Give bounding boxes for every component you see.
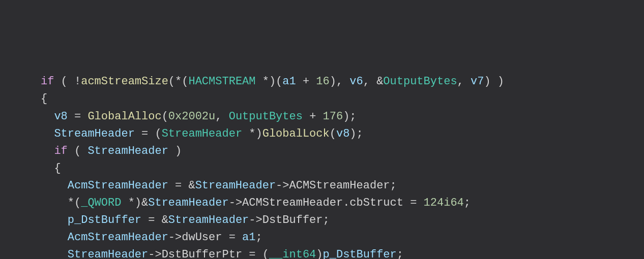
code-token: = ( (141, 127, 162, 140)
code-token: ACMStreamHeader (242, 197, 343, 209)
code-token: = ( (249, 248, 269, 259)
code-token: DstBufferPtr (162, 248, 249, 259)
indent (41, 145, 54, 157)
code-token: __int64 (269, 248, 316, 259)
indent (41, 214, 68, 226)
code-token: , & (363, 75, 384, 88)
code-token: p_DstBuffer (323, 248, 397, 259)
code-token: ; (390, 179, 397, 192)
code-token: -> (229, 197, 242, 209)
code-line: StreamHeader->DstBufferPtr = (__int64)p_… (41, 246, 644, 259)
code-token: *)( (262, 75, 283, 88)
code-token: ; (397, 248, 403, 259)
code-token: StreamHeader (148, 197, 228, 209)
code-token: ), (330, 75, 350, 88)
code-token: { (41, 92, 47, 105)
code-token: = (410, 197, 423, 209)
code-token: ; (256, 231, 262, 244)
code-token: ( (162, 110, 168, 123)
code-token: OutputBytes (229, 110, 309, 123)
code-token: -> (276, 179, 289, 192)
code-token: = & (148, 214, 168, 226)
code-token: -> (168, 231, 182, 244)
code-token: -> (148, 248, 161, 259)
code-token: 0x2002u (168, 110, 215, 123)
code-line: p_DstBuffer = &StreamHeader->DstBuffer; (41, 212, 644, 229)
code-token: ) ) (484, 75, 504, 88)
code-line: v8 = GlobalAlloc(0x2002u, OutputBytes + … (41, 108, 644, 125)
code-block: if ( !acmStreamSize(*(HACMSTREAM *)(a1 +… (20, 73, 644, 259)
code-token: + (309, 110, 323, 123)
code-token: ( (74, 145, 87, 157)
code-token: ; (464, 197, 471, 209)
code-token: AcmStreamHeader (68, 231, 168, 244)
code-token: OutputBytes (383, 75, 457, 88)
code-line: { (41, 160, 644, 177)
code-token: , (215, 110, 228, 123)
code-line: StreamHeader = (StreamHeader *)GlobalLoc… (41, 125, 644, 143)
indent (41, 197, 68, 209)
code-token: ); (349, 127, 363, 140)
code-token: HACMSTREAM (188, 75, 262, 88)
code-token: acmStreamSize (81, 75, 168, 88)
code-token: = & (175, 179, 195, 192)
code-token: DstBuffer (262, 214, 323, 226)
code-token: StreamHeader (168, 214, 249, 226)
code-token: StreamHeader (195, 179, 276, 192)
indent (41, 110, 54, 123)
code-line: if ( !acmStreamSize(*(HACMSTREAM *)(a1 +… (41, 73, 644, 90)
code-token: = (229, 231, 242, 244)
code-token: if (54, 145, 74, 157)
code-token: (*( (168, 75, 189, 88)
indent (41, 248, 68, 259)
code-token: v8 (54, 110, 74, 123)
code-line: { (41, 90, 644, 108)
indent (41, 127, 54, 140)
code-token: = (74, 110, 87, 123)
code-token: v7 (471, 75, 484, 88)
code-token: *)& (128, 197, 149, 209)
code-token: dwUser (182, 231, 228, 244)
code-token: ); (343, 110, 356, 123)
code-token: ACMStreamHeader (289, 179, 390, 192)
code-token: a1 (242, 231, 255, 244)
indent (41, 231, 68, 244)
code-token: p_DstBuffer (68, 214, 148, 226)
code-token: StreamHeader (68, 248, 148, 259)
code-line: AcmStreamHeader = &StreamHeader->ACMStre… (41, 177, 644, 195)
indent (41, 162, 54, 175)
code-line: *(_QWORD *)&StreamHeader->ACMStreamHeade… (41, 195, 644, 212)
code-token: v8 (336, 127, 349, 140)
code-token: 124i64 (424, 197, 464, 209)
code-token: *) (249, 127, 262, 140)
code-token: ( ! (61, 75, 81, 88)
code-token: v6 (349, 75, 363, 88)
code-token: . (343, 197, 349, 209)
code-token: { (54, 162, 61, 175)
indent (41, 179, 68, 192)
code-token: StreamHeader (54, 127, 141, 140)
code-token: GlobalAlloc (87, 110, 161, 123)
code-token: a1 (282, 75, 303, 88)
code-token: 176 (323, 110, 343, 123)
code-line: if ( StreamHeader ) (41, 143, 644, 160)
code-token: -> (249, 214, 262, 226)
code-token: StreamHeader (162, 127, 249, 140)
code-token: ) (175, 145, 182, 157)
code-token: if (41, 75, 61, 88)
code-token: ; (323, 214, 330, 226)
code-token: _QWORD (81, 197, 128, 209)
code-line: AcmStreamHeader->dwUser = a1; (41, 229, 644, 246)
code-token: AcmStreamHeader (68, 179, 175, 192)
code-token: + (303, 75, 316, 88)
code-token: cbStruct (349, 197, 410, 209)
code-token: ) (316, 248, 323, 259)
code-token: GlobalLock (262, 127, 330, 140)
code-token: 16 (316, 75, 329, 88)
code-token: *( (68, 197, 81, 209)
code-token: StreamHeader (87, 145, 175, 157)
code-token: , (457, 75, 471, 88)
code-token: ( (330, 127, 336, 140)
